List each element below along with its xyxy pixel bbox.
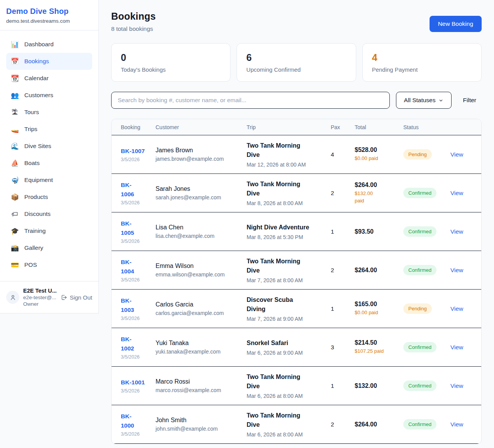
total-amount: $165.00 [355, 301, 399, 308]
pax-count: 1 [331, 305, 355, 312]
total-amount: $132.00 [355, 382, 399, 389]
sidebar-nav: 📊 Dashboard 📅 Bookings 📆 Calendar 👥 Cust… [0, 30, 98, 277]
booking-number-link[interactable]: BK- 1006 [121, 180, 151, 199]
sidebar-item[interactable]: 🏝 Tours [6, 104, 92, 121]
sidebar-item[interactable]: 📊 Dashboard [6, 36, 92, 53]
brand-domain: demo.test.divestreams.com [6, 18, 92, 24]
booking-date: 3/5/2026 [121, 431, 151, 437]
graduation-cap-icon: 🎓 [11, 227, 19, 235]
booking-number-link[interactable]: BK-1001 [121, 378, 151, 387]
sidebar-item[interactable]: 🚤 Trips [6, 121, 92, 138]
view-link[interactable]: View [450, 190, 463, 196]
view-link[interactable]: View [450, 305, 463, 312]
sidebar-item[interactable]: ⛵ Boats [6, 155, 92, 172]
trip-datetime: Mar 6, 2026 at 9:00 AM [247, 350, 326, 356]
booking-number-link[interactable]: BK-1007 [121, 147, 151, 156]
customer-name: Sarah Jones [156, 185, 242, 192]
pax-count: 2 [331, 421, 355, 428]
user-section: E2E Test U... e2e-tester@... Owner Sign … [0, 281, 98, 313]
pax-count: 3 [331, 344, 355, 351]
trip-name: Night Dive Adventure [247, 223, 326, 232]
logout-icon [61, 294, 67, 301]
stat-card: 0 Today's Bookings [111, 43, 230, 82]
stat-value: 4 [372, 52, 472, 63]
status-badge: Confirmed [403, 188, 436, 198]
booking-number-link[interactable]: BK- 1003 [121, 296, 151, 315]
view-link[interactable]: View [450, 228, 463, 235]
customer-name: James Brown [156, 147, 242, 154]
sidebar-item[interactable]: 🏷 Discounts [6, 205, 92, 222]
bar-chart-icon: 📊 [11, 40, 19, 48]
user-name: E2E Test U... [23, 288, 57, 294]
view-link[interactable]: View [450, 267, 463, 273]
stat-card: 4 Pending Payment [362, 43, 482, 82]
paid-amount: $0.00 paid [355, 309, 399, 317]
sidebar-item-label: Trips [24, 126, 37, 133]
label-tag-icon: 🏷 [11, 210, 19, 218]
sidebar-item[interactable]: 📅 Bookings [6, 53, 92, 70]
booking-number-link[interactable]: BK- 1002 [121, 335, 151, 353]
sailboat-icon: ⛵ [11, 159, 19, 167]
view-link[interactable]: View [450, 344, 463, 350]
sidebar-item[interactable]: 📆 Calendar [6, 70, 92, 87]
sidebar-item[interactable]: 📦 Products [6, 189, 92, 205]
column-header-status: Status [403, 124, 450, 130]
sidebar-item[interactable]: 🌊 Dive Sites [6, 138, 92, 155]
sidebar-item-label: Discounts [24, 211, 51, 217]
search-input[interactable] [111, 92, 390, 109]
column-header-booking: Booking [112, 124, 156, 130]
view-link[interactable]: View [450, 151, 463, 158]
status-filter-select[interactable]: All Statuses [396, 92, 452, 109]
booking-number-link[interactable]: BK- 1005 [121, 219, 151, 237]
speedboat-icon: 🚤 [11, 125, 19, 133]
new-booking-button[interactable]: New Booking [430, 16, 482, 32]
sidebar-item[interactable]: 🤿 Equipment [6, 172, 92, 189]
stat-label: Pending Payment [372, 66, 472, 73]
trip-datetime: Mar 7, 2026 at 9:00 AM [247, 316, 326, 322]
sidebar-item[interactable]: 👥 Customers [6, 87, 92, 104]
booking-date: 3/5/2026 [121, 157, 151, 162]
sidebar-item-label: POS [24, 261, 37, 268]
stat-label: Today's Bookings [121, 66, 221, 73]
trip-name: Discover Scuba Diving [247, 295, 326, 314]
view-link[interactable]: View [450, 421, 463, 428]
customer-name: Emma Wilson [156, 263, 242, 269]
sign-out-button[interactable]: Sign Out [61, 294, 92, 301]
table-row: BK- 1004 3/5/2026 Emma Wilson emma.wilso… [112, 251, 481, 290]
booking-number-link[interactable]: BK- 1004 [121, 258, 151, 276]
customer-email: john.smith@example.com [156, 426, 242, 432]
sidebar-item[interactable]: 🎓 Training [6, 222, 92, 239]
booking-date: 3/5/2026 [121, 354, 151, 360]
sidebar-item[interactable]: 📸 Gallery [6, 239, 92, 256]
bookings-table: Booking Customer Trip Pax Total Status B… [111, 119, 482, 444]
tearoff-calendar-icon: 📆 [11, 74, 19, 82]
filter-button[interactable]: Filter [458, 97, 482, 104]
table-row: BK-1001 3/5/2026 Marco Rossi marco.rossi… [112, 367, 481, 405]
customer-name: John Smith [156, 417, 242, 424]
customer-email: lisa.chen@example.com [156, 233, 242, 239]
pax-count: 1 [331, 228, 355, 235]
status-badge: Pending [403, 303, 432, 314]
customer-email: james.brown@example.com [156, 156, 242, 162]
paid-amount: $0.00 paid [355, 155, 399, 162]
trip-datetime: Mar 7, 2026 at 8:00 AM [247, 277, 326, 283]
stat-card: 6 Upcoming Confirmed [237, 43, 356, 82]
sidebar-item-label: Equipment [24, 177, 53, 184]
sidebar-item[interactable]: 💳 POS [6, 256, 92, 273]
stat-value: 0 [121, 52, 221, 63]
sidebar-item-label: Training [24, 227, 46, 234]
booking-date: 3/5/2026 [121, 239, 151, 244]
booking-number-link[interactable]: BK- 1000 [121, 412, 151, 430]
trip-datetime: Mar 8, 2026 at 8:00 AM [247, 200, 326, 206]
customer-email: yuki.tanaka@example.com [156, 349, 242, 355]
customer-email: marco.rossi@example.com [156, 387, 242, 393]
customer-name: Lisa Chen [156, 224, 242, 231]
view-link[interactable]: View [450, 382, 463, 389]
paid-amount: $107.25 paid [355, 348, 399, 355]
booking-date: 3/5/2026 [121, 200, 151, 205]
table-row: BK- 1006 3/5/2026 Sarah Jones sarah.jone… [112, 174, 481, 212]
stat-value: 6 [246, 52, 346, 63]
trip-name: Two Tank Morning Dive [247, 411, 326, 429]
sidebar-item-label: Dashboard [24, 41, 54, 48]
wave-icon: 🌊 [11, 142, 19, 150]
